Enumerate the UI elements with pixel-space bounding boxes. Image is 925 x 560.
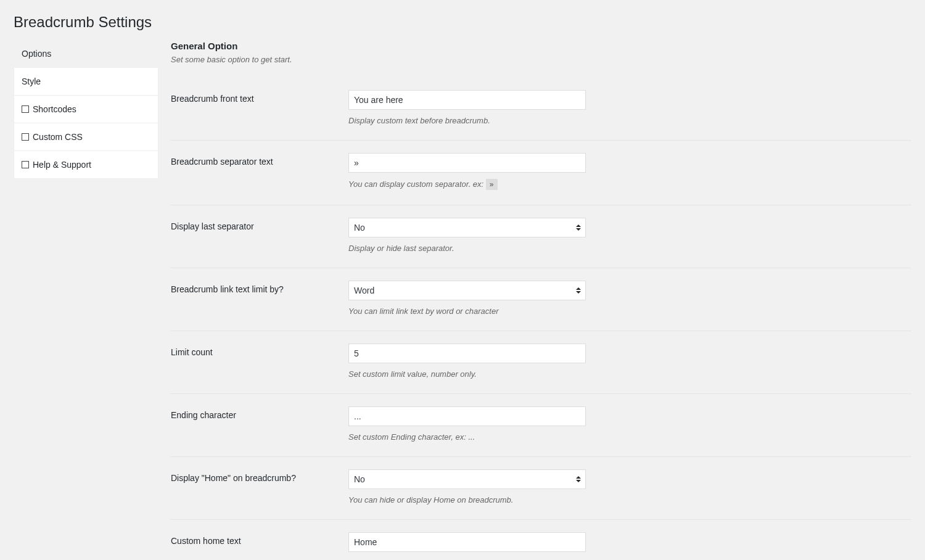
page-title: Breadcrumb Settings (14, 14, 911, 31)
field-label: Limit count (171, 344, 348, 357)
section-title: General Option (171, 39, 911, 51)
help-icon (22, 161, 29, 168)
tab-label: Help & Support (33, 160, 91, 170)
shortcode-icon (22, 105, 29, 113)
field-label: Breadcrumb link text limit by? (171, 281, 348, 294)
field-limit-count: Limit count Set custom limit value, numb… (171, 331, 911, 394)
field-separator-text: Breadcrumb separator text You can displa… (171, 141, 911, 205)
ending-char-input[interactable] (348, 406, 586, 426)
field-label: Custom home text (171, 532, 348, 546)
home-text-input[interactable] (348, 532, 586, 552)
settings-content: General Option Set some basic option to … (158, 39, 911, 560)
tab-options[interactable]: Options (14, 39, 158, 68)
field-label: Display "Home" on breadcrumb? (171, 469, 348, 483)
field-label: Ending character (171, 406, 348, 420)
field-limit-by: Breadcrumb link text limit by? Word You … (171, 268, 911, 331)
help-text: You can hide or display Home on breadcru… (348, 495, 911, 504)
tab-custom-css[interactable]: Custom CSS (14, 123, 158, 151)
field-front-text: Breadcrumb front text Display custom tex… (171, 78, 911, 141)
css-icon (22, 133, 29, 141)
tab-help-support[interactable]: Help & Support (14, 151, 158, 179)
field-home-text: Custom home text You can set custom text… (171, 520, 911, 560)
help-text: Set custom Ending character, ex: ... (348, 432, 911, 442)
help-text: You can display custom separator. ex: » (348, 179, 911, 190)
help-text: Display custom text before breadcrumb. (348, 116, 911, 125)
separator-example-chip: » (486, 179, 498, 190)
limit-count-input[interactable] (348, 344, 586, 363)
tab-label: Shortcodes (33, 104, 76, 114)
display-home-select[interactable]: No (348, 469, 586, 489)
field-label: Display last separator (171, 218, 348, 231)
help-text: Display or hide last separator. (348, 244, 911, 253)
separator-text-input[interactable] (348, 153, 586, 173)
field-last-separator: Display last separator No Display or hid… (171, 205, 911, 268)
field-label: Breadcrumb separator text (171, 153, 348, 167)
help-text: You can limit link text by word or chara… (348, 307, 911, 316)
field-display-home: Display "Home" on breadcrumb? No You can… (171, 457, 911, 520)
front-text-input[interactable] (348, 90, 586, 110)
limit-by-select[interactable]: Word (348, 281, 586, 300)
field-ending-char: Ending character Set custom Ending chara… (171, 394, 911, 457)
settings-tabs: Options Style Shortcodes Custom CSS Help… (14, 39, 158, 179)
tab-style[interactable]: Style (14, 68, 158, 96)
tab-shortcodes[interactable]: Shortcodes (14, 96, 158, 123)
section-subtitle: Set some basic option to get start. (171, 55, 911, 64)
field-label: Breadcrumb front text (171, 90, 348, 104)
tab-label: Options (22, 49, 51, 59)
last-separator-select[interactable]: No (348, 218, 586, 237)
tab-label: Custom CSS (33, 132, 83, 142)
help-text: Set custom limit value, number only. (348, 369, 911, 379)
tab-label: Style (22, 76, 41, 86)
